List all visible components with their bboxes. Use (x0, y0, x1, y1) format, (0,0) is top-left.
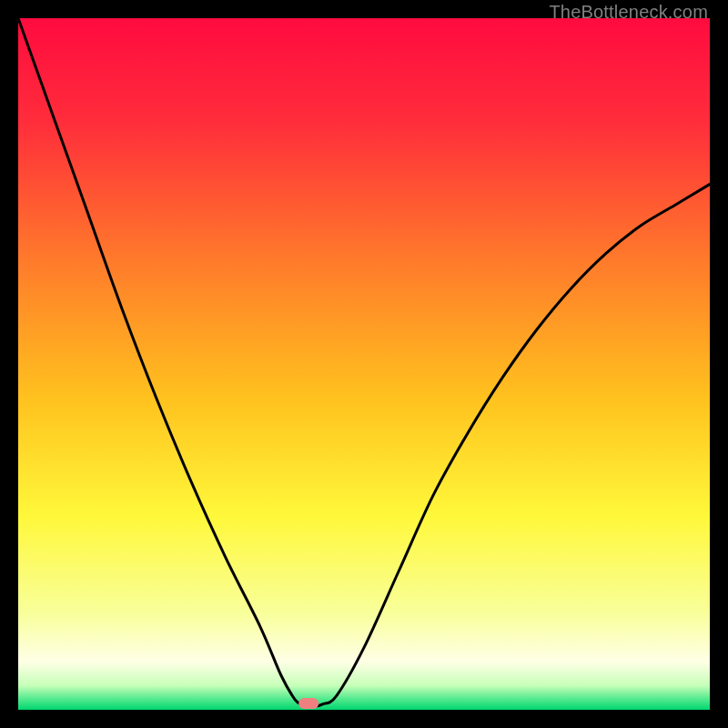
bottleneck-curve-plot (18, 18, 710, 710)
watermark-text: TheBottleneck.com (549, 2, 708, 23)
chart-frame (18, 18, 710, 710)
gradient-background (18, 18, 710, 710)
optimum-marker (298, 698, 318, 709)
